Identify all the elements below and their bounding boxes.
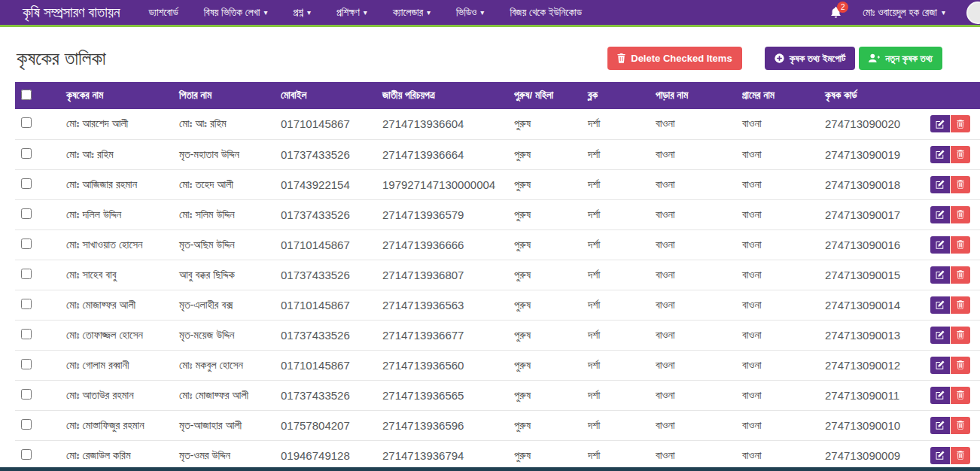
user-plus-icon xyxy=(869,53,880,63)
para-cell: বাওনা xyxy=(650,260,736,290)
farmer-card-cell: 274713090015 xyxy=(819,260,924,290)
table-row: মোঃ দলিল উদ্দিন মোঃ সলিম উদ্দিন 01737433… xyxy=(15,199,980,229)
para-cell: বাওনা xyxy=(650,290,736,320)
user-menu[interactable]: মোঃ ওবায়েদুল হক রেজা ▾ xyxy=(863,7,945,19)
para-cell: বাওনা xyxy=(650,139,736,169)
row-checkbox[interactable] xyxy=(21,359,32,369)
edit-button[interactable] xyxy=(930,296,950,314)
delete-checked-button[interactable]: Delete Checked Items xyxy=(607,47,741,70)
row-checkbox[interactable] xyxy=(21,269,32,279)
nav-item[interactable]: ক্যালেন্ডার ▾ xyxy=(393,7,431,19)
father-name-cell: মোঃ মকবুল হোসেন xyxy=(173,350,275,380)
delete-button[interactable] xyxy=(951,296,970,314)
father-name-cell: মোঃ সলিম উদ্দিন xyxy=(173,199,275,229)
row-checkbox[interactable] xyxy=(21,329,32,339)
delete-button[interactable] xyxy=(951,236,970,254)
row-checkbox[interactable] xyxy=(21,299,32,309)
delete-button[interactable] xyxy=(951,387,970,404)
edit-button[interactable] xyxy=(930,146,950,163)
row-checkbox[interactable] xyxy=(21,178,32,189)
nav-item[interactable]: প্রশিক্ষণ ▾ xyxy=(336,7,367,19)
nav-item[interactable]: প্রশ্ন ▾ xyxy=(293,7,311,19)
row-checkbox[interactable] xyxy=(21,148,32,159)
delete-button[interactable] xyxy=(951,206,970,223)
edit-button[interactable] xyxy=(930,115,950,132)
father-name-cell: মোঃ আঃ রহিম xyxy=(173,109,275,139)
page-title: কৃষকের তালিকা xyxy=(17,47,106,70)
farmer-card-cell: 274713090009 xyxy=(819,440,924,470)
edit-button[interactable] xyxy=(930,417,950,434)
row-checkbox[interactable] xyxy=(21,208,32,219)
nav-item-label: ড্যাশবোর্ড xyxy=(148,7,178,19)
avatar[interactable] xyxy=(966,2,980,24)
edit-button[interactable] xyxy=(930,327,950,344)
edit-button[interactable] xyxy=(930,206,950,223)
row-checkbox[interactable] xyxy=(21,449,32,460)
mobile-cell: 01737433526 xyxy=(275,320,376,350)
delete-button[interactable] xyxy=(951,266,970,284)
mobile-cell: 01710145867 xyxy=(275,290,376,320)
edit-button[interactable] xyxy=(930,236,950,254)
nav-item[interactable]: বিজয় থেকে ইউনিকোড xyxy=(510,7,582,19)
nav-item[interactable]: ড্যাশবোর্ড xyxy=(148,7,178,19)
delete-button[interactable] xyxy=(951,327,970,344)
notifications-button[interactable]: 2 xyxy=(830,7,842,19)
row-checkbox[interactable] xyxy=(21,419,32,430)
edit-button[interactable] xyxy=(930,266,950,284)
nav-item[interactable]: বিষয় ভিত্তিক লেখা ▾ xyxy=(204,7,268,19)
nav-item[interactable]: ভিডিও ▾ xyxy=(456,7,484,19)
father-name-cell: মোঃ মোজাফ্ফর আলী xyxy=(173,380,275,410)
actions-cell xyxy=(924,350,980,380)
father-name-cell: আবু বক্কর ছিদ্দিক xyxy=(173,260,275,290)
delete-button[interactable] xyxy=(951,176,970,193)
row-checkbox[interactable] xyxy=(21,389,32,400)
farmer-name-cell: মোঃ তোফাজ্জল হোসেন xyxy=(60,320,173,350)
import-farmer-button[interactable]: কৃষক তথ্য ইমপোর্ট xyxy=(765,47,856,70)
row-checkbox[interactable] xyxy=(21,239,32,249)
edit-button[interactable] xyxy=(930,447,950,464)
farmer-card-cell: 274713090018 xyxy=(819,169,924,199)
select-all-checkbox[interactable] xyxy=(21,90,32,100)
block-cell: দর্শা xyxy=(582,410,650,440)
gender-cell: পুরুষ xyxy=(508,440,582,470)
delete-button[interactable] xyxy=(951,417,970,434)
father-name-cell: মৃত-মহাতাব উদ্দিন xyxy=(173,139,275,169)
delete-button[interactable] xyxy=(951,357,970,374)
farmer-card-cell: 274713090019 xyxy=(819,139,924,169)
gender-cell: পুরুষ xyxy=(508,350,582,380)
farmer-card-cell: 274713090013 xyxy=(819,320,924,350)
village-cell: বাওনা xyxy=(736,260,819,290)
farmer-name-cell: মোঃ রেজাউল করিম xyxy=(60,440,173,470)
village-cell: বাওনা xyxy=(736,440,819,470)
edit-button[interactable] xyxy=(930,357,950,374)
delete-button[interactable] xyxy=(951,447,970,464)
table-row: মোঃ গোলাম রব্বানী মোঃ মকবুল হোসেন 017101… xyxy=(15,350,980,380)
nid-cell: 197927147130000004 xyxy=(376,169,508,199)
checkbox-cell xyxy=(15,350,60,380)
delete-button[interactable] xyxy=(951,115,970,132)
checkbox-cell xyxy=(15,199,60,229)
farmers-table: কৃষকের নাম পিতার নাম মোবাইল জাতীয় পরিচয… xyxy=(15,82,980,471)
farmer-name-cell: মোঃ আতাউর রহমান xyxy=(60,380,173,410)
edit-button[interactable] xyxy=(930,176,950,193)
delete-button[interactable] xyxy=(951,146,970,163)
actions-cell xyxy=(924,139,980,169)
village-cell: বাওনা xyxy=(736,410,819,440)
import-farmer-label: কৃষক তথ্য ইমপোর্ট xyxy=(790,53,846,65)
row-checkbox[interactable] xyxy=(21,117,32,128)
edit-button[interactable] xyxy=(930,387,950,404)
table-row: মোঃ আজিজার রহমান মোঃ তহেদ আলী 0174392215… xyxy=(15,169,980,199)
father-name-cell: মৃত-ওমর উদ্দিন xyxy=(173,440,275,470)
delete-checked-label: Delete Checked Items xyxy=(631,53,732,64)
table-header: কৃষকের নাম পিতার নাম মোবাইল জাতীয় পরিচয… xyxy=(15,82,980,109)
new-farmer-button[interactable]: নতুন কৃষক তথ্য xyxy=(859,47,942,70)
gender-cell: পুরুষ xyxy=(508,169,582,199)
para-cell: বাওনা xyxy=(650,169,736,199)
farmer-card-cell: 274713090010 xyxy=(819,410,924,440)
brand-title[interactable]: কৃষি সম্প্রসারণ বাতায়ন xyxy=(23,5,120,21)
gender-cell: পুরুষ xyxy=(508,109,582,139)
para-cell: বাওনা xyxy=(650,440,736,470)
farmer-card-cell: 274713090011 xyxy=(819,380,924,410)
village-cell: বাওনা xyxy=(736,380,819,410)
farmer-name-cell: মোঃ মোস্তাফিজুর রহমান xyxy=(60,410,173,440)
